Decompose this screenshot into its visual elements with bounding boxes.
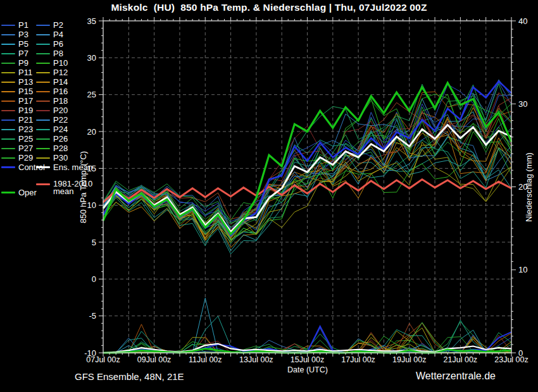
precip-tick-label: 30 — [518, 99, 527, 109]
meteogram-page: Miskolc (HU) 850 hPa Temp. & Niederschla… — [0, 0, 538, 392]
temp-tick-label: -5 — [89, 311, 96, 321]
x-tick-label: 09Jul 00z — [137, 355, 172, 364]
x-tick-label: 15Jul 00z — [291, 355, 325, 364]
precip-tick-label: 20 — [518, 182, 527, 192]
x-tick-label: 07Jul 00z — [86, 355, 120, 364]
footer-model-info: GFS Ensemble, 48N, 21E — [75, 371, 184, 382]
y-axis-left-title: 850 hPa Temp. (°C) — [78, 151, 88, 223]
x-tick-label: 11Jul 00z — [189, 355, 222, 364]
x-tick-label: 17Jul 00z — [341, 355, 375, 364]
x-axis-title: Date (UTC) — [287, 365, 328, 374]
temp-tick-label: 15 — [87, 164, 96, 173]
temp-tick-label: 30 — [87, 53, 96, 63]
ensemble-member-temp-line-p10 — [103, 94, 511, 240]
x-tick-label: 13Jul 00z — [239, 355, 273, 364]
temp-tick-label: 0 — [92, 274, 96, 284]
x-tick-label: 23Jul 00z — [494, 355, 529, 364]
temp-tick-label: 10 — [87, 200, 96, 210]
temp-tick-label: 25 — [87, 90, 96, 99]
x-tick-label: 21Jul 00z — [444, 355, 478, 364]
precip-tick-label: 40 — [518, 16, 527, 26]
temp-tick-label: 5 — [92, 238, 96, 247]
meteogram-chart: 850 hPa Temp. (°C) Niederschlag (mm) Dat… — [0, 0, 538, 392]
x-tick-label: 19Jul 00z — [392, 355, 427, 364]
temp-tick-label: 20 — [87, 127, 96, 137]
precip-tick-label: 10 — [518, 265, 527, 274]
footer-site-credit: Wetterzentrale.de — [416, 371, 496, 382]
temp-tick-label: 35 — [87, 16, 96, 26]
